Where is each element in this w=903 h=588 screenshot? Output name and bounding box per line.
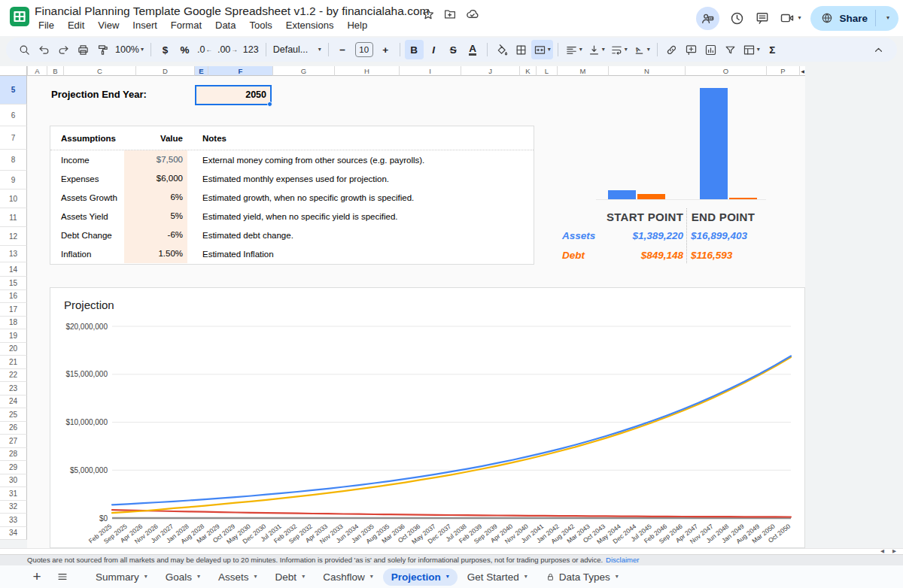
assumption-value[interactable]: $7,500 <box>124 150 187 169</box>
hidden-columns-marker[interactable]: ◀ <box>799 66 805 76</box>
zoom-select[interactable]: 100%▾ <box>113 40 146 59</box>
menu-file[interactable]: File <box>32 18 61 32</box>
font-family-select[interactable]: Defaul...▾ <box>271 40 324 59</box>
paint-format-button[interactable] <box>93 40 112 59</box>
row-header-24[interactable]: 24 <box>0 396 27 409</box>
row-header-15[interactable]: 15 <box>0 277 27 290</box>
menu-extensions[interactable]: Extensions <box>279 18 341 32</box>
row-header-20[interactable]: 20 <box>0 343 27 356</box>
comments-icon[interactable] <box>755 11 770 26</box>
row-header-27[interactable]: 27 <box>0 435 27 448</box>
row-header-30[interactable]: 30 <box>0 474 27 488</box>
tab-caret-icon[interactable]: ▾ <box>524 574 528 580</box>
assumption-row-assets-growth[interactable]: Assets Growth6%Estimated growth, when no… <box>50 188 534 207</box>
menu-edit[interactable]: Edit <box>61 18 91 32</box>
column-header-L[interactable]: L <box>536 66 557 76</box>
tab-goals[interactable]: Goals▾ <box>157 568 208 586</box>
tab-cashflow[interactable]: Cashflow▾ <box>315 568 382 586</box>
borders-button[interactable] <box>512 40 531 59</box>
tab-caret-icon[interactable]: ▾ <box>302 574 305 580</box>
tab-debt[interactable]: Debt▾ <box>267 568 314 586</box>
fill-handle[interactable] <box>267 102 272 107</box>
tab-projection[interactable]: Projection▾ <box>383 568 458 586</box>
text-wrap-button[interactable]: ▾ <box>608 40 630 59</box>
row-header-28[interactable]: 28 <box>0 448 27 462</box>
tab-summary[interactable]: Summary▾ <box>87 568 156 586</box>
row-header-19[interactable]: 19 <box>0 329 27 343</box>
projection-chart[interactable]: $0$5,000,000$10,000,000$15,000,000$20,00… <box>50 287 805 548</box>
sheets-logo-icon[interactable] <box>10 7 29 26</box>
tab-caret-icon[interactable]: ▾ <box>254 574 257 580</box>
row-header-10[interactable]: 10 <box>0 189 27 208</box>
row-header-22[interactable]: 22 <box>0 369 27 383</box>
percent-format-button[interactable]: % <box>175 40 194 59</box>
column-header-O[interactable]: O <box>685 66 766 76</box>
assumption-value[interactable]: 1.50% <box>124 244 187 263</box>
search-button[interactable] <box>15 40 34 59</box>
row-header-25[interactable]: 25 <box>0 408 27 422</box>
row-header-9[interactable]: 9 <box>0 171 27 189</box>
redo-button[interactable] <box>54 40 73 59</box>
assumption-row-assets-yield[interactable]: Assets Yield5%Estimated yield, when no s… <box>50 207 534 226</box>
row-header-16[interactable]: 16 <box>0 290 27 304</box>
row-header-14[interactable]: 14 <box>0 262 27 277</box>
row-header-13[interactable]: 13 <box>0 246 27 262</box>
column-header-M[interactable]: M <box>557 66 608 76</box>
merge-cells-button[interactable]: ▾ <box>531 40 553 59</box>
number-format-button[interactable]: 123 <box>241 40 261 59</box>
text-color-button[interactable]: A <box>464 40 482 59</box>
selected-cell-projection-end-year[interactable]: 2050 <box>195 85 272 105</box>
column-header-P[interactable]: P <box>766 66 799 76</box>
row-header-23[interactable]: 23 <box>0 382 27 396</box>
row-header-31[interactable]: 31 <box>0 487 27 501</box>
row-header-5[interactable]: 5 <box>0 76 27 105</box>
collapse-toolbar-button[interactable] <box>869 40 888 59</box>
bold-button[interactable]: B <box>405 40 424 59</box>
functions-button[interactable]: Σ <box>763 40 782 59</box>
cell-projection-end-year-label[interactable]: Projection End Year: <box>51 85 147 105</box>
meet-video-button[interactable]: ▾ <box>780 11 801 26</box>
document-title[interactable]: Financial Planning Template Google Sprea… <box>35 5 429 18</box>
assumption-value[interactable]: 5% <box>124 207 187 226</box>
add-sheet-button[interactable]: + <box>27 567 47 586</box>
decrease-decimal-button[interactable]: .0← <box>195 40 214 59</box>
scroll-right-icon[interactable]: ▶ <box>892 548 896 554</box>
increase-font-size-button[interactable]: + <box>376 40 395 59</box>
vertical-align-button[interactable]: ▾ <box>585 40 607 59</box>
insert-comment-button[interactable] <box>682 40 701 59</box>
undo-button[interactable] <box>35 40 53 59</box>
increase-decimal-button[interactable]: .00→ <box>215 40 240 59</box>
column-header-B[interactable]: B <box>47 66 63 76</box>
row-header-7[interactable]: 7 <box>0 126 27 150</box>
menu-tools[interactable]: Tools <box>242 18 278 32</box>
assumption-row-debt-change[interactable]: Debt Change-6%Estimated debt change. <box>50 226 534 244</box>
share-button[interactable]: Share ▾ <box>810 6 898 31</box>
assumption-value[interactable]: -6% <box>124 226 187 244</box>
tab-caret-icon[interactable]: ▾ <box>197 574 200 580</box>
currency-format-button[interactable]: $ <box>156 40 175 59</box>
decrease-font-size-button[interactable]: − <box>333 40 352 59</box>
strikethrough-button[interactable]: S <box>444 40 463 59</box>
tab-assets[interactable]: Assets▾ <box>210 568 266 586</box>
scroll-left-icon[interactable]: ◀ <box>880 548 884 554</box>
star-icon[interactable] <box>421 8 435 21</box>
assumption-row-income[interactable]: Income$7,500External money coming from o… <box>50 150 534 169</box>
insert-chart-button[interactable] <box>701 40 720 59</box>
column-header-H[interactable]: H <box>334 66 399 76</box>
table-views-button[interactable]: ▾ <box>740 40 762 59</box>
assumption-row-inflation[interactable]: Inflation1.50%Estimated Inflation <box>50 244 534 263</box>
column-header-E[interactable]: E <box>194 66 208 76</box>
tab-caret-icon[interactable]: ▾ <box>616 574 619 580</box>
row-header-33[interactable]: 33 <box>0 514 27 527</box>
column-header-I[interactable]: I <box>399 66 461 76</box>
disclaimer-link[interactable]: Disclaimer <box>606 556 639 564</box>
fill-color-button[interactable] <box>492 40 511 59</box>
column-header-K[interactable]: K <box>519 66 536 76</box>
tab-caret-icon[interactable]: ▾ <box>144 574 147 580</box>
row-header-21[interactable]: 21 <box>0 356 27 369</box>
tab-caret-icon[interactable]: ▾ <box>446 574 449 580</box>
row-header-18[interactable]: 18 <box>0 317 27 330</box>
column-header-J[interactable]: J <box>461 66 519 76</box>
menu-data[interactable]: Data <box>208 18 242 32</box>
share-menu-caret-icon[interactable]: ▾ <box>880 15 895 21</box>
